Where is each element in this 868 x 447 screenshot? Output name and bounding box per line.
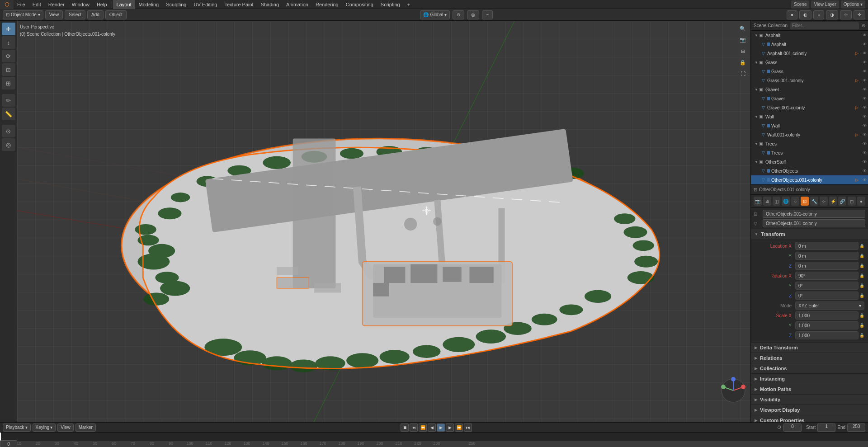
scale-y-field[interactable]: 1.000 <box>795 321 859 329</box>
scale-x-field[interactable]: 1.000 <box>795 311 859 320</box>
prop-tab-world[interactable]: ○ <box>791 197 799 206</box>
viewport-camera-btn[interactable]: 📷 <box>738 35 748 45</box>
next-keyframe-btn[interactable]: ▶ <box>446 423 454 432</box>
prop-tab-particles[interactable]: ⊹ <box>820 197 828 206</box>
keying-dropdown[interactable]: Keying ▾ <box>33 423 56 432</box>
mesh-name-field[interactable]: OtherObjects.001-colonly <box>763 219 865 227</box>
outliner-item-otherstuff-col[interactable]: ▼ ▣ OtherStuff 👁 <box>751 157 868 166</box>
viewport-grid-btn[interactable]: ⊞ <box>738 46 748 56</box>
rotation-y-field[interactable]: 0° <box>795 282 859 290</box>
workspace-add[interactable]: + <box>404 0 414 9</box>
location-z-field[interactable]: 0 m <box>795 262 859 270</box>
rotate-tool-btn[interactable]: ⟳ <box>2 50 15 62</box>
workspace-shading[interactable]: Shading <box>257 0 283 9</box>
step-forward-btn[interactable]: ⏩ <box>455 423 463 432</box>
move-tool-btn[interactable]: ↕ <box>2 36 15 49</box>
workspace-texture-paint[interactable]: Texture Paint <box>221 0 257 9</box>
outliner-item-wall-col[interactable]: ▼ ▣ Wall 👁 <box>751 112 868 121</box>
viewport-search-btn[interactable]: 🔍 <box>738 24 748 33</box>
outliner-item-wall-colonly[interactable]: ▽ Wall.001-colonly ▷ 👁 <box>751 130 868 139</box>
rotation-x-field[interactable]: 90° <box>795 272 859 280</box>
object-button[interactable]: Object <box>105 10 127 19</box>
visibility-icon[interactable]: 👁 <box>861 86 868 93</box>
annotate-tool-btn[interactable]: ✏ <box>2 94 15 107</box>
visibility-header[interactable]: ▶ Visibility <box>751 395 868 405</box>
viewport-display-header[interactable]: ▶ Viewport Display <box>751 405 868 415</box>
location-y-field[interactable]: 0 m <box>795 252 859 260</box>
snap-btn[interactable]: ⊙ <box>453 10 464 19</box>
viewport-fullscreen-btn[interactable]: ⛶ <box>738 69 748 79</box>
outliner-item-grass-col[interactable]: ▼ ▣ Grass 👁 <box>751 58 868 67</box>
visibility-icon[interactable]: 👁 <box>861 140 868 147</box>
custom-properties-header[interactable]: ▶ Custom Properties <box>751 415 868 422</box>
origin-tool-btn[interactable]: ◎ <box>2 138 15 151</box>
outliner-item-trees-mesh[interactable]: ▽ Trees 👁 <box>751 148 868 157</box>
transform-extra-btn[interactable]: ~ <box>482 10 493 19</box>
prop-tab-modifiers[interactable]: 🔧 <box>810 197 818 206</box>
outliner-filter-icon[interactable]: ⊙ <box>862 23 865 28</box>
menu-edit[interactable]: Edit <box>29 0 45 9</box>
menu-render[interactable]: Render <box>45 0 68 9</box>
visibility-icon[interactable]: 👁 <box>861 59 868 66</box>
rotation-mode-dropdown[interactable]: XYZ Euler ▾ <box>795 301 864 310</box>
outliner-item-asphalt-col[interactable]: ▼ ▣ Asphalt 👁 <box>751 31 868 40</box>
workspace-modeling[interactable]: Modeling <box>135 0 163 9</box>
relations-header[interactable]: ▶ Relations <box>751 353 868 363</box>
jump-end-btn[interactable]: ⏭ <box>464 423 472 432</box>
visibility-icon[interactable]: 👁 <box>861 176 868 184</box>
main-3d-viewport[interactable]: User Perspective (0) Scene Collection | … <box>17 21 750 422</box>
view-layer-selector[interactable]: View Layer <box>811 0 839 9</box>
visibility-icon[interactable]: 👁 <box>861 149 868 156</box>
viewport-shading-btn2[interactable]: ◐ <box>799 10 811 19</box>
workspace-animation[interactable]: Animation <box>283 0 312 9</box>
current-frame-badge[interactable]: 0 <box>0 440 17 447</box>
outliner-item-asphalt-colonly[interactable]: ▽ Asphalt.001-colonly ▷ 👁 <box>751 49 868 58</box>
prop-tab-physics[interactable]: ⚡ <box>829 197 837 206</box>
play-btn[interactable]: ▶ <box>437 423 445 432</box>
step-back-btn[interactable]: ⏪ <box>419 423 427 432</box>
stop-btn[interactable]: ⏹ <box>401 423 409 432</box>
marker-dropdown[interactable]: Marker <box>75 423 96 432</box>
outliner-item-asphalt-mesh[interactable]: ▽ Asphalt 👁 <box>751 40 868 49</box>
add-button[interactable]: Add <box>87 10 104 19</box>
transform-section-header[interactable]: ▼ Transform <box>751 229 868 239</box>
outliner-item-otherobjects-colonly[interactable]: ▽ OtherObjects.001-colonly ▷ 👁 <box>751 175 868 184</box>
jump-start-btn[interactable]: ⏮ <box>410 423 418 432</box>
prop-tab-view-layer[interactable]: ◫ <box>773 197 781 206</box>
outliner-item-grass-colonly[interactable]: ▽ Grass.001-colonly ▷ 👁 <box>751 76 868 85</box>
outliner-item-wall-mesh[interactable]: ▽ Wall 👁 <box>751 121 868 130</box>
viewport-shading-btn3[interactable]: ○ <box>813 10 824 19</box>
object-name-field[interactable]: OtherObjects.001-colonly <box>763 210 865 218</box>
prop-tab-output[interactable]: 🖥 <box>763 197 771 206</box>
workspace-scripting[interactable]: Scripting <box>377 0 404 9</box>
navigation-gizmo[interactable]: X Y Z <box>720 377 747 404</box>
viewport-shading-btn4[interactable]: ◑ <box>826 10 838 19</box>
start-frame-input[interactable]: 1 <box>817 423 835 432</box>
prop-tab-material[interactable]: ● <box>857 197 865 206</box>
outliner-filter-input[interactable] <box>790 22 859 29</box>
rotation-z-field[interactable]: 0° <box>795 292 859 300</box>
outliner-item-gravel-colonly[interactable]: ▽ Gravel.001-colonly ▷ 👁 <box>751 103 868 112</box>
prev-keyframe-btn[interactable]: ◀ <box>428 423 436 432</box>
scene-selector[interactable]: Scene <box>791 0 809 9</box>
playback-dropdown[interactable]: Playback ▾ <box>3 423 31 432</box>
current-frame-input[interactable]: 0 <box>783 423 802 432</box>
prop-tab-render[interactable]: 📷 <box>754 197 762 206</box>
visibility-icon[interactable]: 👁 <box>861 158 868 165</box>
view-dropdown[interactable]: View <box>57 423 74 432</box>
menu-window[interactable]: Window <box>68 0 93 9</box>
prop-tab-object[interactable]: ⊡ <box>801 197 809 206</box>
outliner-item-otherobjects-mesh[interactable]: ▽ OtherObjects 👁 <box>751 166 868 175</box>
measure-tool-btn[interactable]: 📏 <box>2 108 15 120</box>
options-button[interactable]: Options ▾ <box>841 0 865 9</box>
visibility-icon[interactable]: 👁 <box>861 68 868 75</box>
scale-z-field[interactable]: 1.000 <box>795 331 859 339</box>
snap-cursor-btn[interactable]: ⊙ <box>2 125 15 137</box>
outliner-item-gravel-col[interactable]: ▼ ▣ Gravel 👁 <box>751 85 868 94</box>
location-x-field[interactable]: 0 m <box>795 242 859 250</box>
menu-file[interactable]: File <box>14 0 29 9</box>
delta-transform-header[interactable]: ▶ Delta Transform <box>751 343 868 353</box>
workspace-sculpting[interactable]: Sculpting <box>162 0 190 9</box>
mode-dropdown[interactable]: ⊡ Object Mode ▾ <box>3 10 43 19</box>
menu-help[interactable]: Help <box>93 0 111 9</box>
